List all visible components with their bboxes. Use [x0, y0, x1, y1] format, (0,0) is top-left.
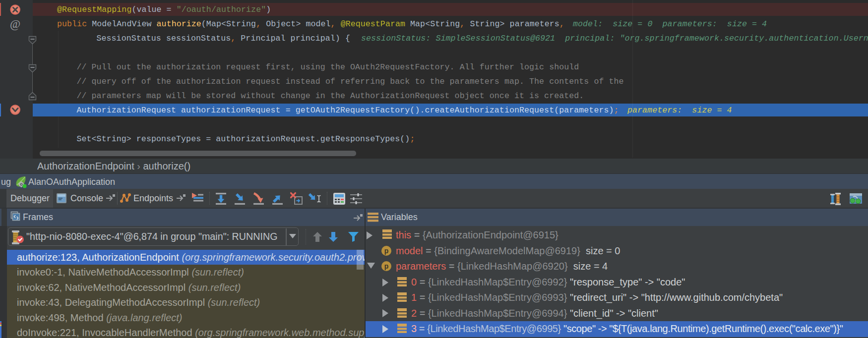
- svg-text:p: p: [384, 262, 389, 270]
- svg-text:p: p: [384, 247, 389, 255]
